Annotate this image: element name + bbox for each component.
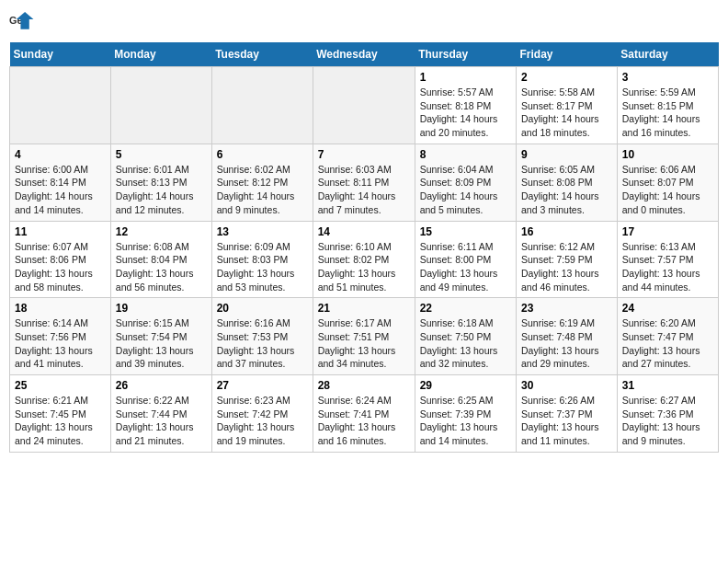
day-info: Sunrise: 6:27 AMSunset: 7:36 PMDaylight:…: [622, 394, 713, 448]
day-number: 24: [622, 302, 713, 315]
week-row-1: 1Sunrise: 5:57 AMSunset: 8:18 PMDaylight…: [10, 67, 719, 144]
day-number: 30: [521, 379, 612, 392]
day-cell: 4Sunrise: 6:00 AMSunset: 8:14 PMDaylight…: [10, 144, 111, 221]
day-number: 5: [116, 148, 207, 161]
day-cell: 3Sunrise: 5:59 AMSunset: 8:15 PMDaylight…: [617, 67, 718, 144]
day-info: Sunrise: 5:58 AMSunset: 8:17 PMDaylight:…: [521, 86, 612, 140]
day-number: 29: [420, 379, 511, 392]
day-number: 17: [622, 225, 713, 238]
day-info: Sunrise: 6:03 AMSunset: 8:11 PMDaylight:…: [318, 163, 410, 217]
day-info: Sunrise: 5:59 AMSunset: 8:15 PMDaylight:…: [622, 86, 713, 140]
day-number: 25: [15, 379, 106, 392]
day-number: 23: [521, 302, 612, 315]
day-cell: 14Sunrise: 6:10 AMSunset: 8:02 PMDayligh…: [313, 221, 415, 298]
day-cell: 24Sunrise: 6:20 AMSunset: 7:47 PMDayligh…: [617, 298, 718, 375]
day-info: Sunrise: 6:22 AMSunset: 7:44 PMDaylight:…: [116, 394, 207, 448]
day-cell: 22Sunrise: 6:18 AMSunset: 7:50 PMDayligh…: [415, 298, 516, 375]
day-info: Sunrise: 6:18 AMSunset: 7:50 PMDaylight:…: [420, 316, 511, 371]
day-cell: [211, 67, 313, 144]
day-cell: 11Sunrise: 6:07 AMSunset: 8:06 PMDayligh…: [10, 221, 111, 298]
col-header-thursday: Thursday: [415, 42, 516, 67]
col-header-sunday: Sunday: [10, 42, 111, 67]
header-row: SundayMondayTuesdayWednesdayThursdayFrid…: [10, 42, 719, 67]
day-info: Sunrise: 6:19 AMSunset: 7:48 PMDaylight:…: [521, 316, 612, 371]
day-number: 8: [420, 148, 511, 161]
day-number: 13: [217, 225, 308, 238]
day-cell: 13Sunrise: 6:09 AMSunset: 8:03 PMDayligh…: [211, 221, 313, 298]
col-header-tuesday: Tuesday: [211, 42, 313, 67]
day-cell: 26Sunrise: 6:22 AMSunset: 7:44 PMDayligh…: [110, 375, 211, 453]
day-cell: 27Sunrise: 6:23 AMSunset: 7:42 PMDayligh…: [211, 375, 313, 453]
day-info: Sunrise: 6:16 AMSunset: 7:53 PMDaylight:…: [217, 316, 308, 371]
day-info: Sunrise: 6:04 AMSunset: 8:09 PMDaylight:…: [420, 163, 511, 217]
week-row-2: 4Sunrise: 6:00 AMSunset: 8:14 PMDaylight…: [10, 144, 719, 221]
day-number: 20: [217, 302, 308, 315]
day-cell: 17Sunrise: 6:13 AMSunset: 7:57 PMDayligh…: [617, 221, 718, 298]
col-header-friday: Friday: [516, 42, 617, 67]
day-info: Sunrise: 6:17 AMSunset: 7:51 PMDaylight:…: [318, 316, 410, 371]
day-cell: 23Sunrise: 6:19 AMSunset: 7:48 PMDayligh…: [516, 298, 617, 375]
page-header: Gen: [9, 9, 719, 35]
day-cell: 16Sunrise: 6:12 AMSunset: 7:59 PMDayligh…: [516, 221, 617, 298]
day-number: 28: [318, 379, 410, 392]
day-number: 11: [15, 225, 106, 238]
day-number: 21: [318, 302, 410, 315]
day-info: Sunrise: 6:15 AMSunset: 7:54 PMDaylight:…: [116, 316, 207, 371]
week-row-5: 25Sunrise: 6:21 AMSunset: 7:45 PMDayligh…: [10, 375, 719, 453]
day-info: Sunrise: 6:01 AMSunset: 8:13 PMDaylight:…: [116, 163, 207, 217]
day-info: Sunrise: 6:12 AMSunset: 7:59 PMDaylight:…: [521, 240, 612, 294]
day-cell: 29Sunrise: 6:25 AMSunset: 7:39 PMDayligh…: [415, 375, 516, 453]
col-header-monday: Monday: [110, 42, 211, 67]
day-info: Sunrise: 6:08 AMSunset: 8:04 PMDaylight:…: [116, 240, 207, 294]
day-number: 26: [116, 379, 207, 392]
day-cell: 9Sunrise: 6:05 AMSunset: 8:08 PMDaylight…: [516, 144, 617, 221]
day-cell: 19Sunrise: 6:15 AMSunset: 7:54 PMDayligh…: [110, 298, 211, 375]
day-info: Sunrise: 6:14 AMSunset: 7:56 PMDaylight:…: [15, 316, 106, 371]
day-info: Sunrise: 6:02 AMSunset: 8:12 PMDaylight:…: [217, 163, 308, 217]
day-number: 15: [420, 225, 511, 238]
day-cell: [10, 67, 111, 144]
day-number: 2: [521, 71, 612, 84]
day-number: 12: [116, 225, 207, 238]
day-cell: [313, 67, 415, 144]
calendar-table: SundayMondayTuesdayWednesdayThursdayFrid…: [9, 42, 719, 453]
day-number: 31: [622, 379, 713, 392]
day-info: Sunrise: 6:25 AMSunset: 7:39 PMDaylight:…: [420, 394, 511, 448]
day-info: Sunrise: 6:13 AMSunset: 7:57 PMDaylight:…: [622, 240, 713, 294]
week-row-4: 18Sunrise: 6:14 AMSunset: 7:56 PMDayligh…: [10, 298, 719, 375]
day-number: 14: [318, 225, 410, 238]
day-info: Sunrise: 6:06 AMSunset: 8:07 PMDaylight:…: [622, 163, 713, 217]
col-header-saturday: Saturday: [617, 42, 718, 67]
day-cell: 6Sunrise: 6:02 AMSunset: 8:12 PMDaylight…: [211, 144, 313, 221]
day-cell: 8Sunrise: 6:04 AMSunset: 8:09 PMDaylight…: [415, 144, 516, 221]
day-info: Sunrise: 6:21 AMSunset: 7:45 PMDaylight:…: [15, 394, 106, 448]
day-number: 22: [420, 302, 511, 315]
day-number: 18: [15, 302, 106, 315]
day-number: 10: [622, 148, 713, 161]
day-number: 9: [521, 148, 612, 161]
day-number: 4: [15, 148, 106, 161]
day-number: 6: [217, 148, 308, 161]
day-cell: 2Sunrise: 5:58 AMSunset: 8:17 PMDaylight…: [516, 67, 617, 144]
day-cell: 25Sunrise: 6:21 AMSunset: 7:45 PMDayligh…: [10, 375, 111, 453]
day-number: 7: [318, 148, 410, 161]
day-number: 27: [217, 379, 308, 392]
day-cell: 5Sunrise: 6:01 AMSunset: 8:13 PMDaylight…: [110, 144, 211, 221]
day-info: Sunrise: 6:11 AMSunset: 8:00 PMDaylight:…: [420, 240, 511, 294]
day-cell: 1Sunrise: 5:57 AMSunset: 8:18 PMDaylight…: [415, 67, 516, 144]
day-cell: 21Sunrise: 6:17 AMSunset: 7:51 PMDayligh…: [313, 298, 415, 375]
day-cell: 18Sunrise: 6:14 AMSunset: 7:56 PMDayligh…: [10, 298, 111, 375]
day-cell: 12Sunrise: 6:08 AMSunset: 8:04 PMDayligh…: [110, 221, 211, 298]
day-cell: 28Sunrise: 6:24 AMSunset: 7:41 PMDayligh…: [313, 375, 415, 453]
day-info: Sunrise: 6:23 AMSunset: 7:42 PMDaylight:…: [217, 394, 308, 448]
day-cell: 15Sunrise: 6:11 AMSunset: 8:00 PMDayligh…: [415, 221, 516, 298]
day-info: Sunrise: 5:57 AMSunset: 8:18 PMDaylight:…: [420, 86, 511, 140]
day-number: 19: [116, 302, 207, 315]
day-info: Sunrise: 6:09 AMSunset: 8:03 PMDaylight:…: [217, 240, 308, 294]
day-number: 16: [521, 225, 612, 238]
logo-icon: Gen: [9, 9, 35, 35]
day-info: Sunrise: 6:05 AMSunset: 8:08 PMDaylight:…: [521, 163, 612, 217]
logo: Gen: [9, 9, 37, 35]
day-cell: 31Sunrise: 6:27 AMSunset: 7:36 PMDayligh…: [617, 375, 718, 453]
day-cell: [110, 67, 211, 144]
